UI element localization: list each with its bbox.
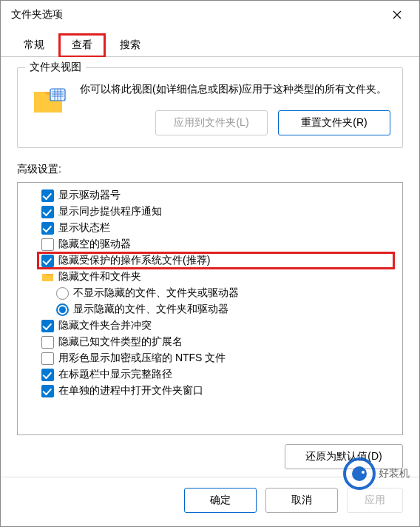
- folder-icon: [41, 272, 54, 282]
- tree-item-label: 隐藏文件夹合并冲突: [58, 319, 152, 332]
- tree-item[interactable]: 在标题栏中显示完整路径: [21, 366, 399, 383]
- checkbox[interactable]: [41, 369, 54, 381]
- tree-item-label: 在标题栏中显示完整路径: [58, 368, 172, 381]
- ok-button[interactable]: 确定: [184, 488, 257, 513]
- apply-to-folders-button[interactable]: 应用到文件夹(L): [155, 110, 268, 135]
- apply-button[interactable]: 应用: [347, 488, 403, 513]
- checkbox[interactable]: [41, 206, 54, 218]
- tree-item-label: 隐藏文件和文件夹: [58, 270, 141, 283]
- folder-options-dialog: 文件夹选项 常规 查看 搜索 文件夹视图: [0, 0, 420, 527]
- dialog-footer: 确定 取消 应用: [1, 477, 419, 526]
- cancel-button[interactable]: 取消: [265, 488, 338, 513]
- reset-folders-button[interactable]: 重置文件夹(R): [278, 110, 390, 135]
- radio[interactable]: [56, 303, 69, 316]
- tree-item[interactable]: 显示同步提供程序通知: [21, 204, 399, 220]
- tree-item[interactable]: 显示状态栏: [21, 220, 399, 236]
- tree-item-label: 显示同步提供程序通知: [58, 205, 162, 218]
- tree-item-label: 在单独的进程中打开文件夹窗口: [58, 384, 203, 397]
- tab-content: 文件夹视图 你可以将此视图(如详细信息或图标)应用于这种类型的所有文件夹。: [1, 57, 419, 477]
- window-title: 文件夹选项: [11, 8, 381, 21]
- tree-item-label: 显示隐藏的文件、文件夹和驱动器: [73, 303, 228, 316]
- tab-strip: 常规 查看 搜索: [1, 29, 419, 57]
- tree-item[interactable]: 在单独的进程中打开文件夹窗口: [21, 383, 399, 399]
- tree-item-label: 隐藏已知文件类型的扩展名: [58, 335, 183, 349]
- folder-views-label: 文件夹视图: [25, 61, 86, 74]
- advanced-settings-tree[interactable]: 显示驱动器号显示同步提供程序通知显示状态栏隐藏空的驱动器隐藏受保护的操作系统文件…: [17, 182, 403, 435]
- tree-item[interactable]: 隐藏文件和文件夹: [21, 269, 399, 285]
- tab-search[interactable]: 搜索: [106, 33, 155, 56]
- tree-item-label: 用彩色显示加密或压缩的 NTFS 文件: [58, 352, 226, 365]
- advanced-settings-label: 高级设置:: [17, 163, 403, 176]
- tree-item-label: 显示驱动器号: [58, 189, 121, 202]
- tree-item[interactable]: 隐藏已知文件类型的扩展名: [21, 334, 399, 350]
- radio[interactable]: [56, 287, 69, 300]
- tab-general[interactable]: 常规: [10, 33, 58, 56]
- tree-item-label: 隐藏空的驱动器: [58, 238, 131, 251]
- checkbox[interactable]: [41, 336, 54, 349]
- checkbox[interactable]: [41, 320, 54, 332]
- tree-item[interactable]: 隐藏空的驱动器: [21, 236, 399, 252]
- checkbox[interactable]: [41, 189, 54, 202]
- checkbox[interactable]: [41, 352, 54, 365]
- tree-item[interactable]: 显示驱动器号: [21, 187, 399, 204]
- checkbox[interactable]: [41, 255, 54, 267]
- restore-defaults-button[interactable]: 还原为默认值(D): [285, 444, 403, 469]
- checkbox[interactable]: [41, 385, 54, 397]
- tree-item-label: 显示状态栏: [58, 221, 110, 235]
- checkbox[interactable]: [41, 222, 54, 235]
- close-button[interactable]: [381, 3, 413, 27]
- tree-item-label: 隐藏受保护的操作系统文件(推荐): [58, 254, 210, 267]
- tree-item-label: 不显示隐藏的文件、文件夹或驱动器: [73, 286, 239, 300]
- tree-item[interactable]: 隐藏受保护的操作系统文件(推荐): [21, 252, 399, 269]
- folder-icon: [33, 84, 68, 115]
- tree-item[interactable]: 用彩色显示加密或压缩的 NTFS 文件: [21, 350, 399, 366]
- folder-views-description: 你可以将此视图(如详细信息或图标)应用于这种类型的所有文件夹。: [80, 81, 392, 97]
- close-icon: [393, 10, 402, 19]
- folder-views-group: 文件夹视图 你可以将此视图(如详细信息或图标)应用于这种类型的所有文件夹。: [17, 67, 403, 148]
- checkbox[interactable]: [41, 238, 54, 251]
- tree-item[interactable]: 隐藏文件夹合并冲突: [21, 318, 399, 334]
- tree-item[interactable]: 不显示隐藏的文件、文件夹或驱动器: [21, 285, 399, 301]
- tree-item[interactable]: 显示隐藏的文件、文件夹和驱动器: [21, 301, 399, 318]
- titlebar: 文件夹选项: [1, 1, 419, 29]
- tab-view[interactable]: 查看: [58, 33, 106, 57]
